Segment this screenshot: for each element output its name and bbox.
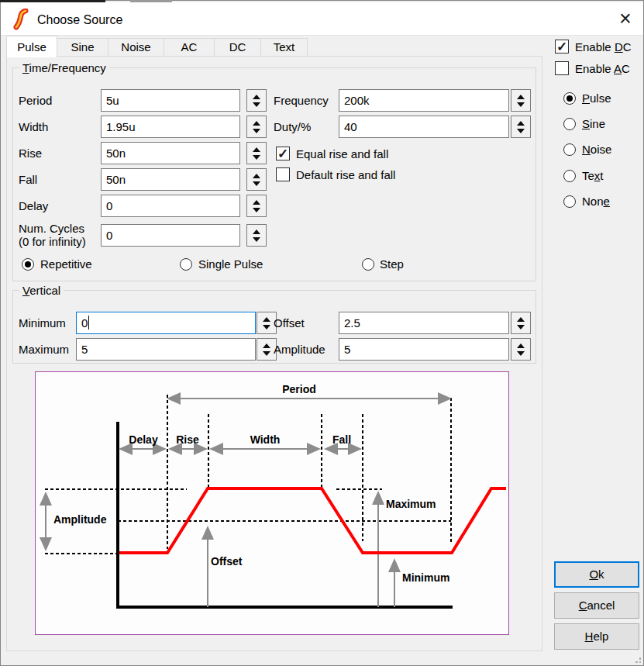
fall-input[interactable] xyxy=(101,168,240,191)
source-noise-radio[interactable] xyxy=(563,143,576,156)
source-pulse-label: Pulse xyxy=(582,91,611,105)
fall-spinner[interactable] xyxy=(246,168,267,191)
spin-down-icon[interactable] xyxy=(517,102,525,107)
offset-input[interactable] xyxy=(339,312,509,334)
duty-spinner[interactable] xyxy=(511,116,531,138)
width-spinner[interactable] xyxy=(246,116,267,138)
ok-button[interactable]: Ok xyxy=(554,561,639,588)
fall-label: Fall xyxy=(19,168,37,191)
spin-down-icon[interactable] xyxy=(263,325,270,330)
pulse-waveform-diagram: Period Delay Rise Width Fall Amplitude M… xyxy=(35,371,509,635)
spin-up-icon[interactable] xyxy=(517,121,525,126)
repetitive-radio[interactable] xyxy=(22,258,34,271)
maximum-label: Maximum xyxy=(19,338,69,361)
spin-down-icon[interactable] xyxy=(517,325,525,330)
tab-dc[interactable]: DC xyxy=(214,38,261,57)
num-cycles-spinner[interactable] xyxy=(246,224,267,247)
resize-grip[interactable] xyxy=(633,655,641,663)
period-spinner[interactable] xyxy=(246,89,267,112)
source-noise-label: Noise xyxy=(582,143,611,157)
diagram-label-maximum: Maximum xyxy=(386,498,436,510)
spin-down-icon[interactable] xyxy=(253,129,260,133)
spin-down-icon[interactable] xyxy=(253,237,260,242)
dashed-guides xyxy=(45,395,451,554)
spin-up-icon[interactable] xyxy=(253,229,260,234)
source-none-radio[interactable] xyxy=(563,195,576,208)
diagram-label-amplitude: Amplitude xyxy=(53,513,107,526)
spin-up-icon[interactable] xyxy=(517,343,525,348)
diagram-label-period: Period xyxy=(282,383,316,395)
duty-input[interactable] xyxy=(339,116,509,138)
frequency-label: Frequency xyxy=(274,89,329,112)
enable-dc-label: Enable DC xyxy=(575,40,632,54)
offset-label: Offset xyxy=(274,312,305,334)
window-title: Choose Source xyxy=(37,11,122,29)
spin-up-icon[interactable] xyxy=(253,147,260,152)
equal-rise-fall-label: Equal rise and fall xyxy=(296,147,388,160)
width-label: Width xyxy=(19,116,48,138)
spin-down-icon[interactable] xyxy=(517,351,525,356)
delay-spinner[interactable] xyxy=(246,195,267,217)
tab-ac[interactable]: AC xyxy=(164,38,215,57)
spin-up-icon[interactable] xyxy=(517,317,525,322)
step-radio[interactable] xyxy=(362,258,374,271)
frequency-input[interactable] xyxy=(339,89,509,112)
width-input[interactable] xyxy=(101,116,240,138)
tab-pulse[interactable]: Pulse xyxy=(6,36,57,57)
diagram-label-width: Width xyxy=(250,433,281,446)
default-rise-fall-checkbox[interactable] xyxy=(276,167,290,181)
close-icon[interactable]: × xyxy=(612,7,639,32)
spin-down-icon[interactable] xyxy=(263,351,270,356)
offset-spinner[interactable] xyxy=(511,312,531,334)
spin-up-icon[interactable] xyxy=(253,95,260,99)
diagram-label-delay: Delay xyxy=(129,433,158,446)
spin-up-icon[interactable] xyxy=(263,317,270,322)
tab-noise[interactable]: Noise xyxy=(108,38,164,57)
enable-dc-checkbox[interactable] xyxy=(555,40,569,53)
spin-up-icon[interactable] xyxy=(263,343,270,348)
delay-label: Delay xyxy=(19,195,48,217)
pulse-waveform xyxy=(119,488,506,553)
spin-up-icon[interactable] xyxy=(253,200,260,205)
num-cycles-input[interactable] xyxy=(101,224,240,247)
rise-input[interactable] xyxy=(101,142,240,164)
diagram-label-fall: Fall xyxy=(332,433,351,446)
source-pulse-radio[interactable] xyxy=(563,92,576,105)
tab-text[interactable]: Text xyxy=(260,38,308,57)
source-sine-radio[interactable] xyxy=(563,118,576,130)
spin-down-icon[interactable] xyxy=(253,181,260,186)
enable-ac-label: Enable AC xyxy=(575,62,630,76)
spin-up-icon[interactable] xyxy=(253,174,260,178)
spin-up-icon[interactable] xyxy=(253,121,260,126)
amplitude-spinner[interactable] xyxy=(511,338,531,361)
single-pulse-radio[interactable] xyxy=(180,258,192,271)
spin-down-icon[interactable] xyxy=(253,208,260,212)
spin-down-icon[interactable] xyxy=(253,155,260,160)
text-caret xyxy=(88,316,89,330)
rise-spinner[interactable] xyxy=(246,142,267,164)
num-cycles-label: Num. Cycles (0 for infinity) xyxy=(19,222,86,248)
help-button[interactable]: Help xyxy=(554,623,639,650)
enable-ac-checkbox[interactable] xyxy=(555,61,569,75)
source-none-label: None xyxy=(582,195,610,209)
minimum-input[interactable] xyxy=(76,312,256,334)
waveform-svg: Period Delay Rise Width Fall Amplitude M… xyxy=(36,372,508,634)
cancel-button[interactable]: Cancel xyxy=(554,592,639,619)
frequency-spinner[interactable] xyxy=(511,89,531,112)
spin-down-icon[interactable] xyxy=(517,129,525,133)
amplitude-input[interactable] xyxy=(339,338,509,361)
source-text-radio[interactable] xyxy=(563,170,576,182)
period-input[interactable] xyxy=(101,89,240,112)
tab-sine[interactable]: Sine xyxy=(57,38,108,57)
period-label: Period xyxy=(19,89,52,112)
spin-down-icon[interactable] xyxy=(253,102,260,107)
equal-rise-fall-checkbox[interactable] xyxy=(276,147,290,160)
step-label: Step xyxy=(380,257,404,271)
delay-input[interactable] xyxy=(101,195,240,217)
maximum-input[interactable] xyxy=(76,338,256,361)
vertical-legend: Vertical xyxy=(19,284,64,297)
app-logo-icon xyxy=(11,9,31,30)
diagram-label-minimum: Minimum xyxy=(402,571,449,584)
spin-up-icon[interactable] xyxy=(517,95,525,99)
rise-label: Rise xyxy=(19,142,42,164)
